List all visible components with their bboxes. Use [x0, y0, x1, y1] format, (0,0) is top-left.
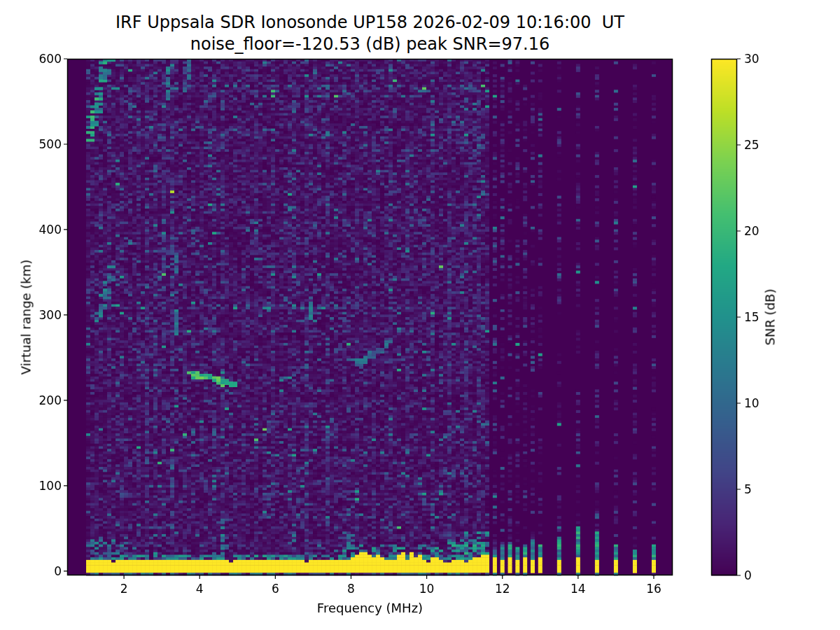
colorbar-tick-label: 5 — [744, 482, 779, 496]
y-tick-label: 400 — [13, 223, 62, 237]
ionogram-heatmap-canvas — [0, 0, 840, 630]
ionogram-figure: IRF Uppsala SDR Ionosonde UP158 2026-02-… — [0, 0, 840, 630]
colorbar-tick-label: 10 — [744, 396, 779, 410]
x-tick-label: 10 — [406, 582, 448, 596]
y-tick-label: 200 — [13, 393, 62, 407]
y-tick-label: 500 — [13, 137, 62, 151]
x-tick-label: 16 — [633, 582, 675, 596]
y-tick-label: 300 — [13, 308, 62, 322]
x-tick-label: 4 — [178, 582, 220, 596]
x-axis-label: Frequency (MHz) — [67, 601, 673, 615]
colorbar-tick-label: 20 — [744, 224, 779, 238]
colorbar-tick-label: 0 — [744, 568, 779, 582]
x-tick-label: 8 — [330, 582, 372, 596]
y-tick-label: 600 — [13, 52, 62, 66]
x-tick-label: 2 — [103, 582, 145, 596]
colorbar-tick-label: 25 — [744, 138, 779, 152]
x-tick-label: 14 — [557, 582, 599, 596]
colorbar-tick-label: 15 — [744, 310, 779, 324]
y-tick-label: 100 — [13, 479, 62, 493]
x-tick-label: 6 — [254, 582, 296, 596]
y-tick-label: 0 — [13, 564, 62, 578]
x-tick-label: 12 — [482, 582, 524, 596]
colorbar-tick-label: 30 — [744, 52, 779, 66]
